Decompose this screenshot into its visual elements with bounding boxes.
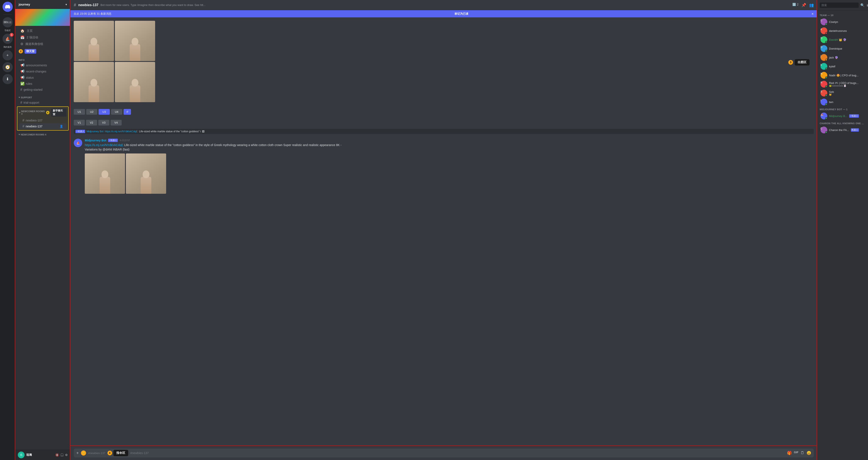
user-avatar: 琉 [18, 452, 25, 458]
chat-room-label: 聊天室 [25, 49, 36, 54]
member-midjourney-bot[interactable]: ⛵ Midjourney B... ✓机器人 [818, 112, 867, 120]
newcomer-section: ▾ NEWCOMER ROOMS 3 6 新手聊天室 # newbies-107… [17, 106, 69, 130]
private-messages-btn[interactable]: ✉ 私信 [3, 17, 13, 27]
people-icon[interactable]: 👥 [809, 3, 814, 7]
channel-rules-label: rules [26, 82, 32, 86]
statue-image-2 [115, 21, 155, 61]
channel-status[interactable]: 📢 status [17, 74, 69, 81]
icon-bar: ✉ 私信 导航栏 ⛵ 1 璃的服务 + 🧭 ⬇ [0, 0, 15, 460]
member-avatar-nadir: N [820, 72, 827, 79]
chat-room-row[interactable]: 2 聊天室 [15, 47, 70, 55]
channel-recent-changes[interactable]: 📢 recent-changes [17, 68, 69, 74]
channel-newbies-107[interactable]: # newbies-107 [19, 117, 66, 123]
sticker-icon[interactable]: 🗒 [801, 451, 804, 455]
channel-newbies-137[interactable]: # newbies-137 👤 [19, 123, 66, 129]
member-jack[interactable]: j jack 🔮 [818, 53, 867, 62]
emoji-btn[interactable]: 😊 [81, 451, 86, 456]
status-dot-twn [825, 103, 827, 105]
user-icons: 🔇 🎧 ⚙ [55, 453, 68, 457]
chat-input[interactable] [130, 451, 785, 455]
download-btn[interactable]: ⬇ [3, 74, 13, 84]
member-red[interactable]: R Red 🎮 | CEO of bugs... 🐸 wawawawa 🃏 [818, 80, 867, 89]
u4-button[interactable]: U4 [111, 109, 122, 115]
image-area: 3 出图区 [74, 21, 814, 104]
right-sidebar: 🔍 🖥 👤 TEAM — 10 C Cixelyn d danielrussru… [817, 0, 868, 460]
add-icon: + [6, 53, 9, 58]
service-badge: 1 [10, 33, 13, 37]
search-icon[interactable]: 🔍 [860, 3, 865, 7]
search-input[interactable] [820, 3, 859, 8]
service-btn[interactable]: ⛵ 1 [3, 34, 13, 44]
u1-button[interactable]: U1 [74, 109, 85, 115]
settings-icon[interactable]: ⚙ [65, 453, 68, 457]
v3-button[interactable]: V3 [98, 120, 110, 125]
emoji-icon[interactable]: 😀 [807, 451, 811, 455]
newcomer-chat-label: 新手聊天室 [51, 109, 66, 117]
add-attachment-btn[interactable]: + [76, 451, 79, 456]
mute-icon[interactable]: 🔇 [55, 453, 59, 457]
member-seb[interactable]: S Seb 🐱 [818, 89, 867, 97]
new-messages-bar[interactable]: 自从 23:05 以来有 31 条新消息 标记为已读 ✕ [70, 10, 817, 18]
server-header[interactable]: journey ▾ [15, 0, 70, 9]
nav-channels[interactable]: ⚙ 频道和身份组 [17, 41, 69, 47]
message-header: Midjourney Bot ✓机器人 今天22:57 [85, 139, 814, 142]
discover-btn[interactable]: 🧭 [3, 62, 13, 72]
member-cixelyn[interactable]: C Cixelyn [818, 18, 867, 26]
team-section-label: TEAM — 10 [817, 12, 868, 18]
member-davidh[interactable]: D DavidH 👑 🔮 [818, 35, 867, 44]
member-avatar-charon: C [820, 127, 827, 133]
member-avatar-midjourney: ⛵ [820, 113, 827, 119]
right-search: 🔍 🖥 👤 [817, 0, 868, 10]
u2-button[interactable]: U2 [86, 109, 97, 115]
hash-icon: 📢 [20, 63, 25, 67]
channel-announcements[interactable]: 📢 announcements [17, 62, 69, 68]
member-charon[interactable]: C Charon the FA... 机器人 [818, 125, 867, 134]
add-server-btn[interactable]: + [3, 50, 13, 60]
refresh-button[interactable]: ↺ [124, 109, 131, 115]
nav-events[interactable]: 📅 2 场活动 [17, 34, 69, 41]
member-nadir[interactable]: N Nadir 🤩 | CFO of bug... [818, 71, 867, 80]
member-kylelf[interactable]: k kylelf [818, 62, 867, 71]
nav-home[interactable]: 🏠 主页 [17, 28, 69, 34]
image-grid-2 [85, 153, 814, 194]
support-section-label: ▾ SUPPORT [15, 93, 70, 100]
channel-trial-support[interactable]: # trial-support [17, 100, 69, 105]
member-name-red-wrapper: Red 🎮 | CEO of bugs... 🐸 wawawawa 🃏 [829, 82, 859, 87]
channel-hash-icon: # [74, 3, 76, 7]
chat-header: # newbies-137 Bot room for new users. Ty… [70, 0, 817, 10]
chevron-down-icon: ▾ [65, 3, 67, 6]
screen-icon[interactable]: 🖥 [866, 4, 868, 7]
v2-button[interactable]: V2 [86, 120, 97, 125]
u3-button[interactable]: U3 [98, 109, 110, 115]
variation-buttons: U1 U2 U3 U4 ↺ [74, 109, 814, 115]
member-name-cixelyn: Cixelyn [829, 20, 838, 24]
hash-icon-8: # [23, 124, 24, 128]
v4-button[interactable]: V4 [111, 120, 122, 125]
hash-icon-2: 📢 [20, 69, 25, 73]
nav-home-label: 主页 [27, 29, 33, 33]
member-twn[interactable]: t twn [818, 97, 867, 106]
member-dominique[interactable]: D Dominique 5 聊天人员 [818, 44, 867, 53]
compass-icon: 🧭 [5, 65, 10, 69]
channel-rules[interactable]: ✅ rules [17, 81, 69, 87]
pin-icon[interactable]: 📌 [802, 3, 806, 7]
member-red-sub: 🐸 wawawawa 🃏 [829, 85, 859, 87]
statue-image-1 [74, 21, 114, 61]
inline-desc: Life-sized white marble statue of the "c… [139, 130, 201, 133]
chevron-right-icon: ▾ [19, 96, 20, 99]
gif-icon[interactable]: GIF [794, 451, 799, 455]
hash-icon-5: # [20, 88, 22, 92]
user-bar: 琉 琉璃 🔇 🎧 ⚙ [15, 450, 70, 460]
mark-read-btn[interactable]: 标记为已读 [455, 12, 468, 16]
headset-icon[interactable]: 🎧 [60, 453, 64, 457]
v1-button[interactable]: V1 [74, 120, 85, 125]
status-dot-red [825, 86, 827, 88]
message-link[interactable]: https://s.mj.run/NYdklvkCdqE [85, 143, 123, 147]
discord-logo[interactable] [3, 2, 13, 12]
channel-getting-started[interactable]: # getting-started [17, 87, 69, 93]
inline-bot-badge: ✓机器人 [75, 130, 85, 133]
status-dot-midjourney [825, 117, 827, 119]
inline-link[interactable]: https://s.mj.run/NYdklvkCdqE [105, 130, 138, 133]
gift-icon[interactable]: 🎁 [787, 451, 792, 455]
member-danielrussruss[interactable]: d danielrussruss [818, 26, 867, 35]
